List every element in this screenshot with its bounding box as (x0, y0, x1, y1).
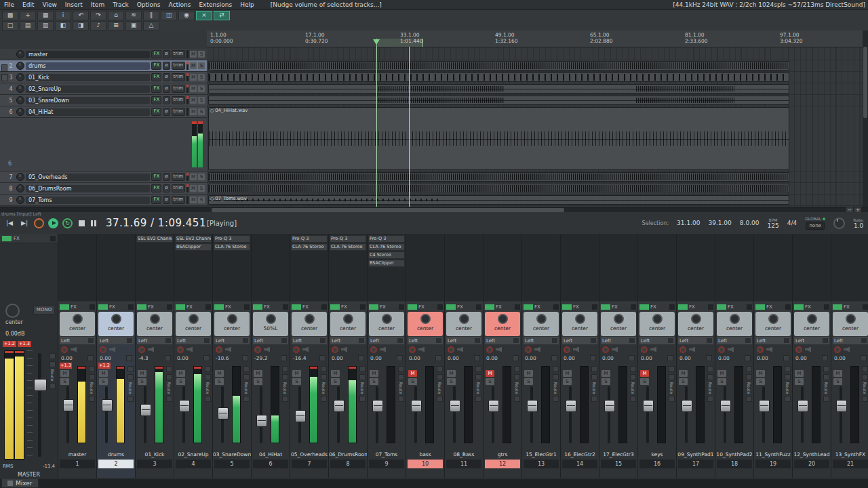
fx-enabled-led[interactable] (485, 304, 494, 310)
record-arm-button[interactable] (254, 346, 261, 353)
fx-slot[interactable]: BSAClipper (175, 243, 212, 251)
input-button[interactable] (513, 338, 519, 343)
route-button[interactable]: Route (167, 382, 172, 394)
fx-insert-slots[interactable] (561, 234, 599, 302)
monitor-icon[interactable] (341, 347, 347, 352)
io-button[interactable] (669, 374, 675, 380)
fx-slot[interactable]: C4 Stereo (368, 251, 405, 259)
route-button[interactable]: Route (863, 382, 867, 394)
pan-control[interactable]: center (639, 312, 675, 336)
mixer-strip-03_SnareDown[interactable]: Pro-Q 3CLA-76 Stereo FX center Left -10.… (213, 234, 252, 479)
fx-param-button[interactable] (863, 304, 868, 310)
playrate-knob[interactable] (833, 218, 845, 229)
mute-button[interactable]: M (138, 370, 146, 377)
fx-browser-icon[interactable]: ⊞ (108, 21, 124, 30)
record-arm-button[interactable] (370, 346, 377, 353)
tcp-track-master[interactable]: masterFXøtrimMS (0, 49, 207, 60)
pan-control[interactable]: center (524, 312, 559, 336)
tcp-track-drums[interactable]: 2drumsFXøtrimMS (0, 60, 207, 72)
fx-param-button[interactable] (515, 304, 520, 310)
env-button[interactable] (437, 366, 443, 372)
record-arm-button[interactable] (564, 346, 570, 353)
route-button[interactable]: Route (90, 382, 94, 394)
monitor-icon[interactable] (186, 347, 193, 352)
volume-fader[interactable] (453, 386, 456, 443)
volume-value[interactable]: 0.00 (370, 355, 382, 361)
pan-control[interactable]: center (678, 312, 713, 336)
mute-button[interactable]: M (190, 185, 197, 192)
trim-button[interactable]: trim (172, 173, 185, 181)
fx-param-button[interactable] (90, 304, 95, 310)
peak-badge[interactable] (639, 363, 652, 369)
strip-track-number[interactable]: 14 (562, 460, 597, 468)
peak-badge[interactable] (833, 363, 845, 369)
volume-fader[interactable] (337, 386, 340, 443)
volume-fader[interactable] (414, 386, 417, 443)
audio-item[interactable]: 07_Toms.wav (208, 195, 789, 205)
record-arm-button[interactable] (409, 346, 416, 353)
volume-value[interactable]: 0.00 (834, 355, 846, 361)
track-body-04_HiHat[interactable]: 6 (0, 118, 207, 171)
input-button[interactable] (359, 338, 364, 343)
phase-button[interactable] (359, 396, 366, 402)
io-button[interactable] (823, 374, 829, 380)
volume-fader[interactable] (260, 386, 262, 443)
pan-knob[interactable] (730, 314, 740, 324)
input-button[interactable] (243, 338, 248, 343)
solo-button[interactable]: S (563, 378, 572, 385)
pan-knob[interactable] (652, 314, 663, 324)
env-button[interactable] (475, 366, 481, 372)
trim-button[interactable]: trim (172, 73, 185, 81)
env-icon[interactable] (629, 355, 635, 361)
selection-end[interactable]: 39.1.00 (708, 220, 731, 226)
record-arm-button[interactable] (216, 346, 222, 353)
volume-fader[interactable] (724, 386, 726, 443)
route-button[interactable]: Route (824, 382, 829, 394)
volume-value[interactable]: 0.00 (448, 355, 459, 361)
volume-knob-icon[interactable] (16, 108, 24, 116)
play-button[interactable] (48, 218, 58, 228)
input-button[interactable] (668, 338, 673, 343)
volume-value[interactable]: 0.00 (525, 355, 536, 361)
volume-value[interactable]: 0.00 (564, 355, 575, 361)
fx-button[interactable]: FX (151, 108, 161, 116)
env-button[interactable] (707, 366, 713, 372)
route-button[interactable]: Route (515, 382, 519, 394)
input-button[interactable] (281, 338, 287, 343)
fx-insert-slots[interactable]: Pro-Q 3CLA-76 Stereo (329, 234, 367, 302)
crossfade-toggle-icon[interactable]: × (196, 11, 212, 20)
mute-button[interactable]: M (756, 370, 765, 377)
fx-insert-slots[interactable] (445, 234, 483, 302)
time-signature[interactable]: 4/4 (787, 220, 797, 226)
audio-item[interactable] (208, 172, 789, 182)
monitor-icon[interactable] (109, 347, 115, 352)
fx-insert-slots[interactable]: Pro-Q 3CLA-76 StereoC4 StereoBSAClipper (368, 234, 406, 302)
phase-button[interactable]: ø (163, 62, 170, 70)
master-clip-indicators[interactable]: +1.2 +1.3 (3, 341, 31, 347)
fx-button[interactable]: FX (151, 184, 161, 192)
fx-button[interactable]: FX (151, 62, 161, 70)
mute-button[interactable]: M (190, 108, 197, 115)
volume-value[interactable]: 0.00 (757, 355, 768, 361)
fader-handle[interactable] (372, 400, 383, 412)
pan-knob[interactable] (304, 314, 315, 324)
fx-enabled-led[interactable] (369, 304, 378, 310)
tcp-track-01_Kick[interactable]: 301_KickFXøtrimMS (0, 72, 207, 83)
pan-knob[interactable] (614, 314, 624, 324)
fx-button[interactable]: FX (151, 173, 161, 181)
fx-button[interactable]: FX (151, 96, 161, 104)
fader-handle[interactable] (720, 400, 731, 412)
phase-button[interactable]: ø (163, 50, 170, 58)
io-button[interactable] (514, 374, 520, 380)
media-explorer-icon[interactable]: ◫ (161, 11, 177, 20)
record-arm-button[interactable] (525, 346, 532, 353)
fx-enabled-led[interactable] (330, 304, 340, 310)
mixer-strip-keys[interactable]: FX center Left 0.00 M S (638, 234, 677, 479)
fx-slot[interactable]: BSAClipper (368, 260, 405, 267)
go-to-start-button[interactable]: |◀ (4, 218, 15, 228)
phase-button[interactable]: ø (163, 173, 170, 181)
fx-param-button[interactable] (167, 304, 172, 310)
menu-insert[interactable]: Insert (61, 1, 87, 8)
phase-button[interactable] (553, 396, 559, 402)
pan-knob[interactable] (73, 314, 83, 324)
